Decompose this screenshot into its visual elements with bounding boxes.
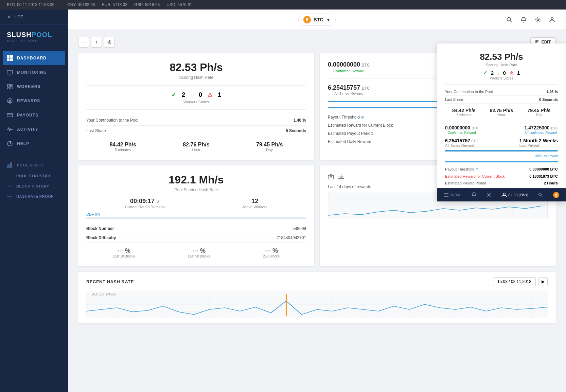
x-icon: ✕ — [7, 14, 11, 20]
pool-active-workers: 12 Active Workers — [242, 198, 267, 209]
add-widget-button[interactable]: + — [91, 37, 102, 48]
btc-selector[interactable]: ₿ BTC ▼ — [298, 14, 336, 26]
pool-big-label: Pool Scoring Hash Rate — [86, 188, 306, 192]
overlay-alltimes: 6.25415757 BTC All Times Reward — [445, 138, 478, 147]
sidebar-label-pool-statistics: POOL STATISTICS — [16, 174, 52, 178]
sidebar-item-rewards[interactable]: REWARDS — [0, 94, 68, 108]
overlay-div1 — [445, 84, 558, 85]
sidebar-label-workers: WORKERS — [17, 84, 41, 89]
chart-nav-button[interactable]: ▶ — [538, 277, 548, 286]
svg-rect-2 — [7, 58, 10, 61]
bell-icon[interactable] — [520, 16, 527, 23]
svg-line-38 — [541, 196, 543, 197]
widget-settings-button[interactable] — [104, 37, 115, 48]
svg-point-36 — [503, 193, 505, 195]
svg-rect-1 — [10, 55, 13, 58]
estimated-reward-label: Estimated Reward for Current Block — [328, 123, 393, 128]
overlay-warn-count: 1 — [517, 70, 520, 76]
link-icon[interactable]: ↗ — [156, 199, 160, 204]
down-icon: ↓ — [191, 92, 193, 98]
menu-icon — [444, 192, 449, 198]
confirmed-reward: 0.00000000 BTC Confirmed Reward — [328, 61, 370, 73]
sidebar-item-help[interactable]: HELP — [0, 137, 68, 151]
rewards-icon — [7, 98, 13, 104]
sidebar-item-block-history[interactable]: BLOCK HISTORY — [0, 181, 68, 191]
ticker-date: 06.11.2018 11:58:06 — [17, 2, 54, 7]
hashrate-big-label: Scoring Hash Rate — [86, 75, 306, 80]
user-icon[interactable] — [548, 16, 556, 23]
search-icon[interactable] — [506, 16, 513, 23]
mobile-menu[interactable]: MENU — [444, 192, 461, 198]
estimated-daily-label: Estimated Daily Reward — [328, 139, 371, 144]
overlay-down-count: 0 — [503, 70, 506, 76]
hash-metric-5min: 84.42 Ph/s 5 minutes — [110, 142, 136, 152]
mobile-search[interactable] — [538, 192, 543, 198]
chart-camera-icon[interactable] — [328, 174, 334, 181]
sidebar-item-activity[interactable]: ACTIVITY — [0, 122, 68, 137]
logo-pool: POOL — [32, 31, 52, 38]
overlay-hour-val: 82.76 Ph/s — [490, 108, 513, 113]
overlay-5min-val: 84.42 Ph/s — [452, 108, 476, 113]
remove-widget-button[interactable]: − — [78, 37, 89, 48]
btc-icon: ₿ — [303, 16, 311, 23]
sidebar-item-dashboard[interactable]: DASHBOARD — [3, 51, 65, 65]
hashrate-widget: 82.53 Ph/s Scoring Hash Rate ✓ 2 ↓ 0 ⚠ 1… — [78, 53, 314, 160]
workers-ok-count: 2 — [182, 91, 185, 99]
hide-button[interactable]: ✕ HIDE — [0, 10, 68, 25]
sidebar-item-workers[interactable]: WORKERS — [0, 79, 68, 94]
payout-gear-icon[interactable]: ⚙ — [361, 115, 364, 119]
cdf-label: CDF 0% — [86, 212, 306, 216]
confirmed-btc-unit: BTC — [362, 63, 370, 68]
luck-10-val: --- % — [113, 247, 135, 254]
sidebar-item-payouts[interactable]: PAYOUTS — [0, 108, 68, 122]
overlay-contribution-val: 1.46 % — [546, 90, 558, 94]
overlay-est-period-label: Estimated Payout Period — [445, 181, 486, 185]
svg-point-22 — [109, 41, 110, 43]
luck-250-label: 250 Blocks — [263, 254, 280, 258]
sidebar-item-pool-statistics[interactable]: POOL STATISTICS — [0, 171, 68, 181]
svg-rect-25 — [536, 42, 537, 43]
svg-point-21 — [551, 18, 553, 20]
luck-10: --- % Last 10 Blocks — [113, 247, 135, 258]
mobile-bell-icon — [471, 192, 477, 198]
chart-download-icon[interactable] — [338, 174, 344, 181]
mobile-bell[interactable] — [471, 192, 477, 198]
sidebar-label-activity: ACTIVITY — [17, 127, 38, 132]
confirmed-btc-val: 0.00000000 — [328, 61, 360, 68]
ticker-gbp: GBP: 5016.98 — [134, 2, 160, 7]
hash-day-label: Day — [256, 148, 283, 152]
svg-rect-26 — [328, 175, 334, 179]
mobile-search-icon — [538, 192, 543, 198]
overlay-unconfirmed-val: 1.47225300 — [525, 125, 550, 130]
monitoring-icon — [7, 69, 13, 75]
sidebar-item-monitoring[interactable]: MONITORING — [0, 65, 68, 79]
svg-rect-23 — [536, 40, 537, 41]
mobile-user[interactable]: 82.53 [Ph/s] — [501, 192, 528, 198]
svg-rect-15 — [7, 165, 8, 167]
overlay-threshold-val: 0.30000000 BTC — [529, 167, 558, 172]
svg-rect-3 — [10, 58, 13, 61]
svg-point-14 — [10, 145, 10, 146]
btc-dropdown-arrow: ▼ — [326, 17, 331, 22]
block-difficulty-row: Block Difficulty 7184404942701 — [86, 233, 306, 243]
mobile-btc[interactable]: ₿ — [553, 192, 559, 198]
overlay-gear-icon[interactable]: ⚙ — [475, 167, 479, 171]
alltimes-reward: 6.25415757 BTC All Times Reward — [328, 84, 370, 95]
overlay-est-period-row: Estimated Payout Period 2 Hours — [445, 180, 558, 186]
sidebar-nav: DASHBOARD MONITORING WORKERS REWARDS — [0, 48, 68, 392]
mobile-btc-icon: ₿ — [553, 192, 559, 198]
divider2 — [86, 109, 306, 110]
overlay-card: 82.53 Ph/s Scoring Hash Rate ✓ 2 ↓ 0 ⚠ 1… — [437, 43, 566, 201]
overlay-threshold-label: Payout Threshold ⚙ — [445, 167, 479, 172]
chart-date-button[interactable]: 15:03 / 02.11.2018 — [493, 277, 536, 286]
luck-50-val: --- % — [188, 247, 210, 254]
hash-metrics: 84.42 Ph/s 5 minutes 82.76 Ph/s Hour 79.… — [86, 142, 306, 152]
block-number-row: Block Number 548999 — [86, 224, 306, 233]
block-stats: Block Number 548999 Block Difficulty 718… — [86, 224, 306, 243]
luck-250-val: --- % — [263, 247, 280, 254]
warning-icon: ⚠ — [208, 92, 212, 98]
mobile-gear[interactable] — [487, 192, 492, 198]
gear-icon[interactable] — [534, 16, 542, 23]
sidebar-item-hashrate-proof[interactable]: HASHRATE PROOF — [0, 191, 68, 201]
svg-rect-6 — [7, 84, 10, 87]
